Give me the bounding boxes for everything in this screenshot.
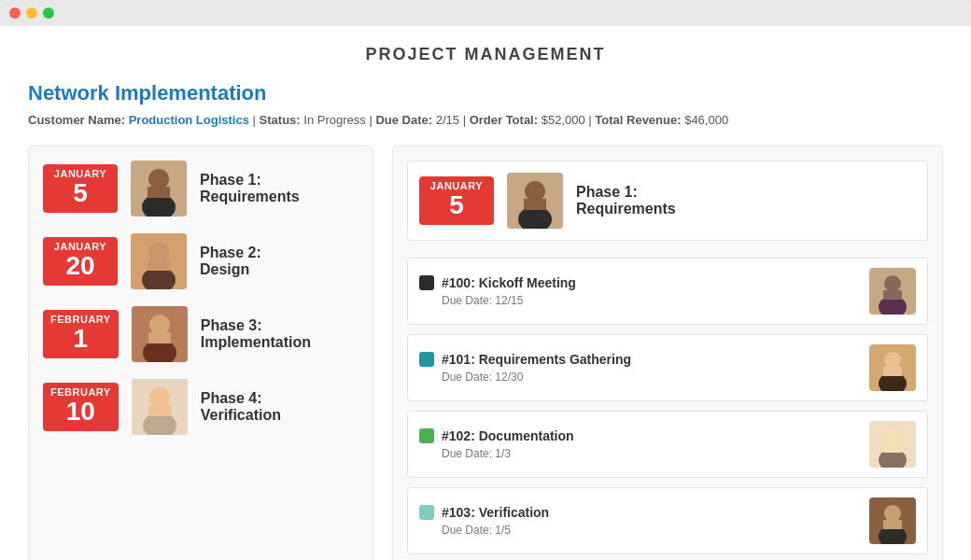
phases-panel: January 5 Phase 1: [28,146,373,560]
svg-rect-3 [148,187,170,198]
maximize-dot[interactable] [43,7,54,19]
task-left-102: #102: Documentation Due Date: 1/3 [419,428,574,460]
selected-phase-info: Phase 1: Requirements [576,184,676,217]
task-title-101: #101: Requirements Gathering [419,352,631,367]
selected-phase-header: January 5 Phase 1: [407,161,928,241]
phase-row-1[interactable]: January 5 Phase 1: [43,161,359,217]
separator-3: | [463,113,470,127]
date-badge-4: February 10 [43,383,119,432]
svg-point-33 [884,505,901,522]
day-4: 10 [50,398,111,427]
status-dot-101 [419,352,434,367]
task-avatar-103 [869,497,916,544]
task-due-103: Due Date: 1/5 [442,524,549,537]
day-1: 5 [50,179,110,208]
svg-point-13 [149,387,170,408]
phase-title-4: Phase 4: Verification [201,390,281,424]
task-title-102: #102: Documentation [419,428,574,443]
customer-name[interactable]: Production Logistics [129,113,249,127]
task-avatar-100 [869,268,916,315]
selected-phase-label: Phase 1: Requirements [576,184,676,217]
selected-date-badge: January 5 [419,176,494,226]
order-label: Order Total: [470,113,538,127]
day-2: 20 [50,252,110,281]
svg-point-9 [149,315,170,335]
month-2: January [50,241,110,252]
svg-point-17 [525,181,545,202]
phase-row-3[interactable]: February 1 Phase 3: [43,306,359,362]
status-dot-103 [419,505,434,520]
date-badge-3: February 1 [43,310,119,359]
due-label: Due Date: [375,113,432,127]
task-title-100: #100: Kickoff Meeting [419,275,576,290]
task-left-101: #101: Requirements Gathering Due Date: 1… [419,352,631,384]
selected-month: January [427,180,486,191]
date-badge-2: January 20 [43,237,118,287]
tasks-panel: January 5 Phase 1: [392,146,943,560]
avatar-4 [132,379,188,435]
status-value: In Progress [303,113,365,127]
task-due-101: Due Date: 12/30 [442,371,631,384]
revenue-value: $46,000 [684,113,728,127]
status-dot-102 [419,428,434,443]
svg-point-1 [148,169,169,189]
day-3: 1 [50,325,111,354]
project-name: Network Implementation [28,81,943,105]
svg-point-29 [884,428,901,445]
selected-avatar [507,173,563,229]
main-content: PROJECT MANAGEMENT Network Implementatio… [0,26,971,560]
svg-rect-19 [524,199,546,210]
phase-row-2[interactable]: January 20 Phase 2: [43,233,359,289]
app-window: PROJECT MANAGEMENT Network Implementatio… [0,0,971,560]
task-item-103[interactable]: #103: Verification Due Date: 1/5 [407,487,928,554]
avatar-3 [132,306,188,362]
avatar-2 [131,233,187,289]
task-item-102[interactable]: #102: Documentation Due Date: 1/3 [407,411,928,478]
task-due-102: Due Date: 1/3 [442,447,574,460]
phase-title-3: Phase 3: Implementation [201,317,311,351]
page-title: PROJECT MANAGEMENT [28,45,943,64]
svg-rect-35 [883,520,902,529]
task-due-100: Due Date: 12/15 [442,294,576,307]
svg-rect-31 [883,443,902,453]
status-label: Status: [260,113,301,127]
task-left-103: #103: Verification Due Date: 1/5 [419,505,549,537]
revenue-label: Total Revenue: [595,113,681,127]
phase-title-1: Phase 1: Requirements [200,172,300,205]
svg-rect-15 [148,405,171,416]
phase-label-1: Phase 1: Requirements [200,172,300,205]
svg-point-21 [884,275,901,292]
minimize-dot[interactable] [26,7,37,19]
svg-rect-27 [883,367,902,376]
separator-1: | [253,113,260,127]
svg-rect-7 [148,259,170,271]
svg-point-25 [884,352,901,369]
month-4: February [50,386,111,398]
task-title-103: #103: Verification [419,505,549,520]
svg-rect-23 [883,290,902,300]
svg-point-5 [148,242,169,262]
date-badge-1: January 5 [43,164,118,214]
avatar-1 [131,161,187,217]
phase-label-3: Phase 3: Implementation [201,317,311,351]
order-value: $52,000 [542,113,585,127]
due-value: 2/15 [436,113,459,127]
close-dot[interactable] [9,7,21,19]
task-item-100[interactable]: #100: Kickoff Meeting Due Date: 12/15 [407,258,928,325]
month-3: February [50,314,111,325]
status-dot-100 [419,275,434,290]
phase-row-4[interactable]: February 10 Phase 4: [43,379,359,435]
customer-label: Customer Name: [28,113,125,127]
task-avatar-102 [869,421,916,468]
task-avatar-101 [869,344,916,391]
phase-label-2: Phase 2: Design [200,245,261,278]
project-meta: Customer Name: Production Logistics | St… [28,113,943,127]
task-left-100: #100: Kickoff Meeting Due Date: 12/15 [419,275,576,307]
phase-title-2: Phase 2: Design [200,245,261,278]
title-bar [0,0,971,26]
month-1: January [50,168,110,179]
phase-label-4: Phase 4: Verification [201,390,281,424]
task-item-101[interactable]: #101: Requirements Gathering Due Date: 1… [407,334,928,401]
svg-rect-11 [148,332,171,343]
main-panels: January 5 Phase 1: [28,146,943,560]
